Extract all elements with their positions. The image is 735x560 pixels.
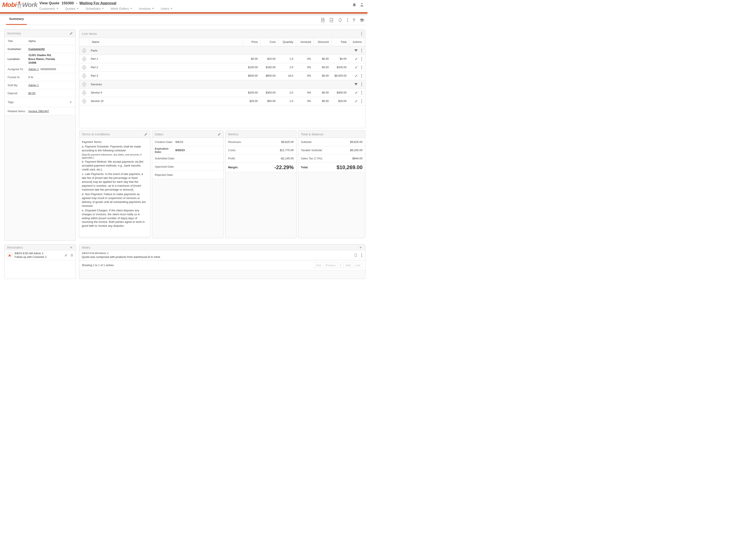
drag-handle-icon[interactable] bbox=[82, 48, 86, 53]
note-document-icon[interactable] bbox=[354, 253, 357, 257]
pagination-first[interactable]: First bbox=[314, 262, 323, 268]
drag-handle-icon[interactable] bbox=[82, 56, 86, 62]
total-balance-panel: Total & Balance Subtotal: $9,625.00 Taxa… bbox=[298, 130, 366, 238]
edit-terms-pencil-icon[interactable] bbox=[144, 133, 148, 136]
nav-customers[interactable]: Customers bbox=[39, 7, 58, 10]
svg-text:PDF: PDF bbox=[330, 20, 333, 21]
edit-row-pencil-icon[interactable] bbox=[355, 66, 358, 69]
margin-value: -22.29% bbox=[275, 164, 294, 170]
nav-quotes[interactable]: Quotes bbox=[65, 7, 79, 10]
drag-handle-icon[interactable] bbox=[82, 99, 86, 104]
drag-handle-icon[interactable] bbox=[82, 65, 86, 70]
notifications-bell-icon[interactable] bbox=[352, 2, 357, 7]
note-item: 9/8/23 8:54 AM Admin 1: Quote was compos… bbox=[79, 250, 365, 260]
summary-row-funnel: Funnel %: 0 % bbox=[5, 73, 76, 81]
help-icon[interactable]: ? bbox=[353, 18, 355, 22]
totals-panel-title: Total & Balance bbox=[301, 132, 323, 136]
pdf-export-icon[interactable]: PDF bbox=[329, 18, 334, 23]
more-options-icon[interactable] bbox=[347, 18, 349, 22]
row-menu-icon[interactable] bbox=[361, 65, 363, 70]
line-item-row: Service 5 $200.00 $300.00 2.0 0% $0.00 $… bbox=[79, 89, 365, 97]
document-preview-icon[interactable] bbox=[321, 18, 325, 23]
metrics-row-profit: Profit: -$2,145.00 bbox=[226, 154, 296, 163]
summary-panel-title: Summary bbox=[7, 31, 21, 35]
date-row-approved: Approved Date: bbox=[152, 163, 224, 171]
related-invoice-link[interactable]: Invoice 2861447 bbox=[28, 110, 49, 113]
logo-figure-icon bbox=[16, 1, 22, 8]
reminder-warning-icon bbox=[7, 252, 13, 258]
edit-summary-pencil-icon[interactable] bbox=[70, 32, 73, 35]
customer-link[interactable]: Customer02 bbox=[28, 47, 45, 51]
line-item-row: Service 10 $25.00 $50.00 1.0 0% $0.00 $2… bbox=[79, 97, 365, 105]
line-item-group-row: Services bbox=[79, 80, 365, 89]
row-menu-icon[interactable] bbox=[361, 82, 363, 87]
collapse-group-icon[interactable] bbox=[354, 83, 358, 85]
summary-row-related-items: Related Items: Invoice 2861447 bbox=[5, 107, 76, 115]
edit-dates-pencil-icon[interactable] bbox=[218, 133, 221, 136]
add-reminder-plus-icon[interactable] bbox=[69, 246, 73, 249]
row-menu-icon[interactable] bbox=[361, 99, 363, 104]
mobiwork-logo[interactable]: Mobi Work bbox=[2, 1, 37, 8]
nav-invoices[interactable]: Invoices bbox=[139, 7, 154, 10]
training-graduation-cap-icon[interactable] bbox=[359, 18, 365, 23]
quote-number: 150300 bbox=[61, 1, 74, 5]
note-text: Quote was composed with products from wa… bbox=[82, 255, 354, 259]
chevron-down-icon bbox=[57, 8, 58, 9]
header-separator bbox=[37, 7, 37, 12]
title-separator: - bbox=[76, 1, 77, 5]
edit-row-pencil-icon[interactable] bbox=[355, 100, 358, 103]
edit-row-pencil-icon[interactable] bbox=[355, 91, 358, 94]
edit-row-pencil-icon[interactable] bbox=[355, 74, 358, 77]
page-title-prefix: View Quote bbox=[39, 1, 59, 5]
totals-row-subtotal: Subtotal: $9,625.00 bbox=[298, 138, 365, 146]
line-items-menu-icon[interactable] bbox=[361, 31, 363, 36]
add-tag-plus-icon[interactable] bbox=[69, 100, 73, 104]
add-note-plus-icon[interactable] bbox=[359, 246, 363, 249]
totals-row-sales-tax: Sales Tax (7.0%): $644.00 bbox=[298, 154, 365, 163]
row-menu-icon[interactable] bbox=[361, 57, 363, 61]
line-item-row: Part 2 $100.00 $150.00 2.0 0% $0.00 $200… bbox=[79, 63, 365, 72]
main-navigation: Customers Quotes Schedules Work Orders I… bbox=[39, 7, 172, 10]
entries-count-text: Showing 1 to 1 of 1 entries bbox=[82, 264, 114, 267]
notes-footer: Showing 1 to 1 of 1 entries First Previo… bbox=[79, 260, 365, 270]
summary-row-assigned-to: Assigned To: Admin 1 0000000000 bbox=[5, 65, 76, 73]
date-row-rejected: Rejected Date: bbox=[152, 171, 224, 179]
drag-handle-icon[interactable] bbox=[82, 73, 86, 79]
line-items-panel-title: Line Items bbox=[82, 32, 97, 36]
line-items-panel: Line Items Name Price Cost Quantity Invo… bbox=[79, 29, 366, 128]
edit-reminder-pencil-icon[interactable] bbox=[65, 254, 68, 257]
dates-panel: Dates Creation Date: 9/6/23 Expiration D… bbox=[152, 130, 224, 238]
tab-bar: Summary PDF ? bbox=[0, 14, 367, 25]
row-menu-icon[interactable] bbox=[361, 91, 363, 95]
summary-row-sold-by: Sold By: Admin 1 bbox=[5, 81, 76, 89]
notes-pagination: First Previous 1 Next Last bbox=[314, 262, 363, 268]
sold-by-link[interactable]: Admin 1 bbox=[28, 84, 39, 87]
drag-handle-icon[interactable] bbox=[82, 90, 86, 95]
quote-status-link[interactable]: Waiting For Approval bbox=[79, 1, 116, 5]
nav-schedules[interactable]: Schedules bbox=[86, 7, 104, 10]
line-item-group-row: Parts bbox=[79, 46, 365, 55]
collapse-group-icon[interactable] bbox=[354, 49, 358, 52]
user-account-icon[interactable] bbox=[360, 2, 364, 7]
metrics-row-revenues: Revenues: $9,625.00 bbox=[226, 138, 296, 146]
refresh-icon[interactable] bbox=[338, 18, 343, 23]
row-menu-icon[interactable] bbox=[361, 48, 363, 53]
edit-row-pencil-icon[interactable] bbox=[355, 57, 358, 60]
pagination-last[interactable]: Last bbox=[353, 262, 363, 268]
pagination-page-1[interactable]: 1 bbox=[338, 262, 344, 268]
row-menu-icon[interactable] bbox=[361, 74, 363, 78]
funnel-value: 0 % bbox=[28, 76, 33, 79]
pagination-next[interactable]: Next bbox=[344, 262, 354, 268]
pagination-previous[interactable]: Previous bbox=[323, 262, 338, 268]
deposit-link[interactable]: $0.00 bbox=[28, 92, 36, 95]
drag-handle-icon[interactable] bbox=[82, 82, 86, 87]
metrics-panel-title: Metrics bbox=[228, 132, 239, 136]
nav-work-orders[interactable]: Work Orders bbox=[111, 7, 132, 10]
tab-summary[interactable]: Summary bbox=[6, 17, 27, 25]
nav-users[interactable]: Users bbox=[161, 7, 172, 10]
delete-reminder-trash-icon[interactable] bbox=[70, 254, 73, 257]
total-value: $10,269.00 bbox=[337, 164, 363, 170]
note-menu-icon[interactable] bbox=[361, 253, 363, 257]
notes-panel-title: Notes bbox=[82, 246, 90, 249]
assigned-to-link[interactable]: Admin 1 bbox=[28, 68, 39, 71]
